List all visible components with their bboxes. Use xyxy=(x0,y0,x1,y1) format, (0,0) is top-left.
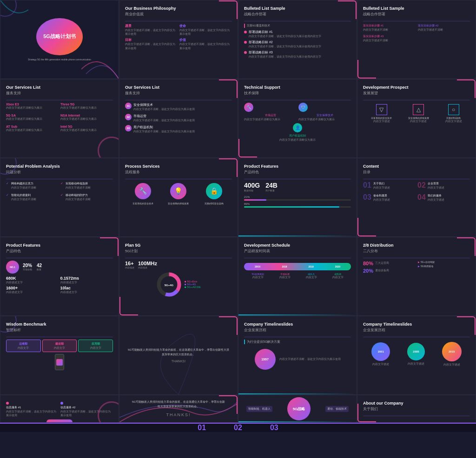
title-en: Content xyxy=(363,164,470,170)
slide-services-2: Our Services List 服务支持 01 安全保障技术 内容文字描述不… xyxy=(119,79,238,158)
process-circle-2: 💡 xyxy=(170,183,186,199)
strategy-mindmap: 智能家居、智慧城市 共搭大型数字博物馆 智能制造、机器人 5G战略 通信、低端技… xyxy=(244,401,351,417)
tech-name: 市场运营 xyxy=(244,113,297,118)
stat-value: 0.1572ms xyxy=(60,276,113,281)
slide-header: Product Features 产品特色 xyxy=(244,164,351,179)
timeline-bar: 20XX 2018 2019 2020 xyxy=(244,263,351,270)
service-name: AT Sub xyxy=(6,125,59,128)
step-desc: 内容文字描述不清晰 xyxy=(418,28,470,32)
sub-label: 完善5G覆盖和技术 xyxy=(244,24,351,28)
title-cn: 智慧标杆 xyxy=(6,327,113,333)
bullet-dot xyxy=(244,41,247,44)
prospect-desc: 内容文字描述 xyxy=(445,119,462,123)
info-text-center: 5G可能触发人类排到创造力革命的扳机，在这场通往大革命中，孕育出创新性大浪发所带… xyxy=(132,400,225,417)
slide-product-features-2: Product Features 产品特色 NO.1 20% 市场份额 42 数… xyxy=(0,237,119,316)
distribution-content: 80% 三大运营商 20% 通信设备商 ▶5G+自动驾驶 ▶5G商用落地 xyxy=(363,261,470,274)
tech-desc: 内容文字描述不清晰仅为展示 xyxy=(244,118,297,121)
slide-company-timeline-1: Company Timelineslides 企业发展历程 为行业提供5G解决方… xyxy=(238,316,357,395)
timeline-bubbles-row: 2001 内容文字描述 2005 内容文字描述 2015 内容文字描述 xyxy=(363,342,470,366)
year-label: 1997 xyxy=(261,358,269,361)
title-cn: 二八分布 xyxy=(363,249,470,254)
check-mark: ✓ xyxy=(6,193,10,197)
info-name: 信息服务 #1 xyxy=(6,406,59,410)
footer-num-3: 03 xyxy=(270,424,278,432)
info-center-badge: 信息服务 xyxy=(6,419,113,423)
prospect-item-2: △ 安全保障的持续发展 内容文字描述 xyxy=(408,104,429,123)
title-cn: 服务支持 xyxy=(6,91,113,96)
slide-header: Product Features 产品特色 xyxy=(6,243,113,258)
content-name: 企业背景 xyxy=(428,182,444,186)
check-mark: ✓ xyxy=(60,182,64,185)
year-desc: 内容文字描述 xyxy=(407,362,425,366)
timeline-desc: 内容文字 xyxy=(251,275,264,279)
item-desc: 内容文字描述不清晰，该处文字内容仅为展示使用 xyxy=(179,42,232,50)
stat-value: 1600+ xyxy=(6,286,59,290)
slide-header: Development Prospect 发展展望 xyxy=(363,85,470,100)
tech-support-grid: 🔧 市场运营 内容文字描述不清晰仅为展示 🛡 安全保障技术 内容文字描述不清晰仅… xyxy=(244,103,351,142)
title-en: Development Prospect xyxy=(363,85,470,91)
problem-item-4: ✓ 移动终端的防护力 内容文字描述不清晰 xyxy=(60,193,113,201)
title-en: Product Features xyxy=(244,164,351,170)
progress-track xyxy=(244,206,351,208)
bubble-2001-wrapper: 2001 内容文字描述 xyxy=(371,342,390,366)
service-name: Intel 5G xyxy=(60,125,113,128)
stat-value: 16+ xyxy=(125,261,134,266)
service-icon: ◇ xyxy=(450,422,455,423)
slide-header: Technical Support 技术保障 xyxy=(244,85,351,100)
stat-desc: 内容描述文字 xyxy=(6,290,59,294)
stat-value: 42 xyxy=(37,263,42,268)
content-outline-grid: 01 关于我们 内容文字描述 02 企业背景 内容文字描述 03 使命和愿景 内… xyxy=(363,182,470,204)
item-label: 愿景 xyxy=(125,24,178,28)
title-cn: 产品特色 xyxy=(6,249,113,254)
slides-grid: 5G战略计划书 Strategy 5G the fifth generation… xyxy=(0,0,476,432)
year-bubble-2001: 2001 xyxy=(371,342,390,361)
title-cn: 问题分析 xyxy=(6,170,113,175)
slide-dev-schedule: Development Schedule 产品研发时间表 20XX 2018 2… xyxy=(238,237,357,316)
service-desc: 内容文字描述不清晰仅为展示 xyxy=(6,117,59,121)
badge-stats-row: NO.1 20% 市场份额 42 数量 xyxy=(6,261,113,274)
title-en: Process Services xyxy=(125,164,232,170)
service-xbox: Xbox E3 内容文字描述不清晰仅为展示 xyxy=(6,103,59,110)
year-desc: 内容文字描述不清晰，该处文字内容仅为展示使用 xyxy=(279,357,341,361)
slide-company-timeline-2: Company Timelineslides 企业发展历程 2001 内容文字描… xyxy=(357,316,476,395)
item-label: 部署战略目标 #1 xyxy=(249,30,321,34)
year-desc: 内容文字描述 xyxy=(371,362,390,366)
slide-header: Company Timelineslides 企业发展历程 xyxy=(244,322,351,337)
title-en: About our Company xyxy=(363,401,470,406)
title-cn: 5G计划 xyxy=(125,249,232,254)
list-item-3: 部署战略目标 #3 内容文字描述不清晰，该处文字内容仅为展示使用内容文字 xyxy=(244,50,351,59)
slide-header: Plan 5G 5G计划 xyxy=(125,243,232,258)
item-label: 价值 xyxy=(179,38,232,42)
prospect-icon: ○ xyxy=(448,104,459,115)
service-name: NSA Internet xyxy=(60,114,113,117)
item-label: 部署战略目标 #2 xyxy=(249,40,321,45)
accent-corner-bl xyxy=(357,218,376,236)
footer-num-1: 01 xyxy=(198,424,206,432)
timeline-phase: 5G发展规划 xyxy=(251,273,264,275)
stat-desc: 内容描述文字 xyxy=(60,290,113,294)
cover-curve-bottom xyxy=(81,41,119,79)
slide-header: Development Schedule 产品研发时间表 xyxy=(244,243,351,258)
prospect-item-1: ▽ 丰富系统的安全技术 内容文字描述 xyxy=(371,104,392,123)
content-name: 使命和愿景 xyxy=(373,194,390,198)
plan-pie-chart: 5G+4G xyxy=(156,272,182,297)
item-label: 使命 xyxy=(179,24,232,28)
content-desc: 内容文字描述 xyxy=(373,198,390,202)
content-desc: 内容文字描述 xyxy=(428,198,444,202)
problem-desc: 内容文字描述不清晰 xyxy=(11,186,36,190)
accent-corner-tr xyxy=(219,158,238,177)
title-en: Bulleted List Sample xyxy=(244,6,351,12)
dist-item-2: ▶5G商用落地 xyxy=(418,265,470,268)
service-intel5g: Intel 5G 内容文字描述不清晰仅为展示 xyxy=(60,125,113,132)
about-service-3: ◇ 综合服务 内容文字描述不清晰 xyxy=(434,422,470,423)
stat-20pct: 20% 市场份额 xyxy=(23,263,32,271)
slide-header: About our Company 关于我们 xyxy=(363,401,470,416)
title-cn: 服务支持 xyxy=(125,91,232,96)
problem-label: 智能化的便捷利 xyxy=(11,193,36,197)
slide-header: 2/8 Distribution 二八分布 xyxy=(363,243,470,258)
stat-16: 16+ 内容描述 xyxy=(125,261,134,269)
accent-corner-tr xyxy=(457,79,476,98)
services-grid: Xbox E3 内容文字描述不清晰仅为展示 Three 5G 内容文字描述不清晰… xyxy=(6,103,113,135)
stat-value: 20% xyxy=(363,268,373,274)
service-name: 5G SA xyxy=(6,114,59,117)
